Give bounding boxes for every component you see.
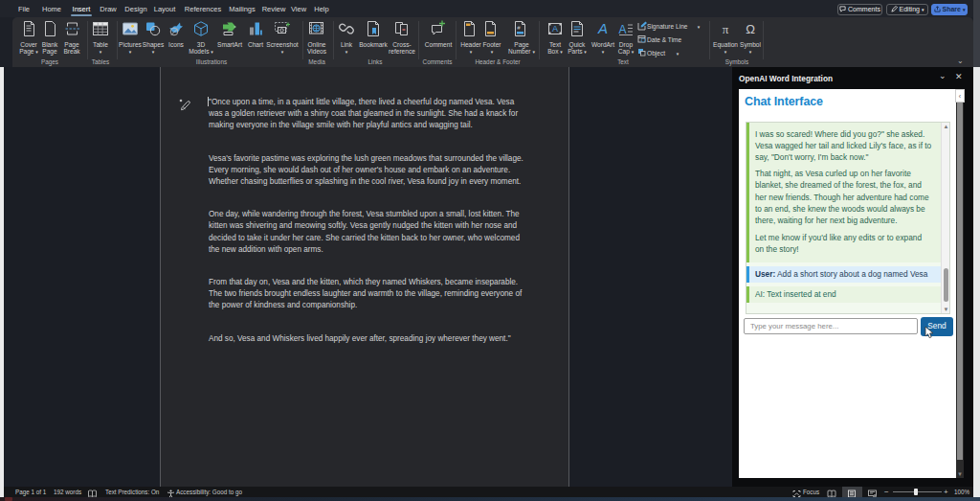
svg-text:A: A (618, 23, 626, 36)
svg-text:π: π (723, 22, 729, 36)
svg-text:A: A (597, 20, 608, 36)
svg-text:#: # (517, 25, 521, 31)
svg-text:Ω: Ω (746, 22, 755, 36)
svg-text:A: A (552, 24, 558, 34)
